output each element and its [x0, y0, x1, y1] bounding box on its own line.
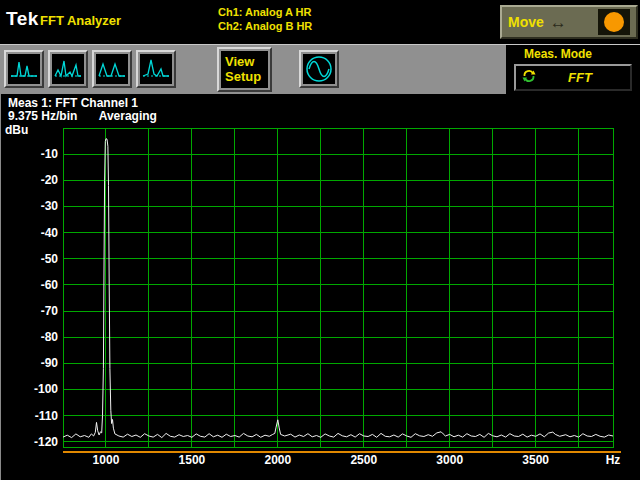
fft-analyzer-screen: Tek FFT Analyzer Ch1: Analog A HR Ch2: A…	[0, 0, 640, 480]
spectrum-view-button-2[interactable]	[48, 50, 88, 88]
svg-text:-90: -90	[41, 356, 59, 370]
generator-button[interactable]	[299, 50, 339, 88]
display-area: Meas 1: FFT Channel 1 9.375 Hz/bin Avera…	[0, 94, 640, 480]
toolbar: View Setup Meas. Mode	[0, 44, 640, 94]
meas-mode-label: Meas. Mode	[524, 47, 592, 61]
svg-text:1500: 1500	[179, 453, 206, 467]
channel-info: Ch1: Analog A HR Ch2: Analog B HR	[218, 5, 312, 33]
meas-mode-panel: Meas. Mode FFT	[506, 45, 640, 95]
svg-text:-120: -120	[34, 435, 58, 449]
spectrum-view-2-icon	[52, 54, 84, 84]
move-button[interactable]: Move ↔	[500, 5, 638, 39]
svg-text:-110: -110	[35, 409, 59, 423]
header-bar: Tek FFT Analyzer Ch1: Analog A HR Ch2: A…	[0, 0, 640, 44]
svg-text:-10: -10	[41, 147, 59, 161]
channel2-label: Ch2: Analog B HR	[218, 19, 312, 33]
spectrum-view-button-1[interactable]	[4, 50, 44, 88]
spectrum-view-4-icon	[140, 54, 172, 84]
sine-wave-icon	[303, 54, 335, 84]
svg-text:-80: -80	[41, 330, 59, 344]
svg-text:-60: -60	[41, 278, 59, 292]
spectrum-view-3-icon	[96, 54, 128, 84]
channel1-label: Ch1: Analog A HR	[218, 5, 312, 19]
app-title: FFT Analyzer	[40, 13, 121, 28]
svg-text:-50: -50	[41, 252, 59, 266]
cycle-icon	[522, 69, 536, 87]
spectrum-view-button-4[interactable]	[136, 50, 176, 88]
meas-mode-value: FFT	[536, 70, 624, 85]
svg-text:-100: -100	[34, 382, 58, 396]
acquisition-mode-readout: Averaging	[99, 109, 157, 123]
spectrum-view-1-icon	[8, 54, 40, 84]
view-setup-label: View Setup	[221, 51, 268, 88]
svg-text:-20: -20	[41, 173, 59, 187]
resolution-readout: 9.375 Hz/bin	[8, 109, 77, 123]
svg-text:1000: 1000	[93, 453, 120, 467]
svg-text:3000: 3000	[436, 453, 463, 467]
svg-text:2000: 2000	[264, 453, 291, 467]
measurement-subtitle: 9.375 Hz/bin Averaging	[8, 109, 157, 123]
left-right-arrow-icon: ↔	[550, 14, 567, 31]
svg-text:3500: 3500	[522, 453, 549, 467]
svg-text:-70: -70	[41, 304, 59, 318]
spectrum-plot: -10-20-30-40-50-60-70-80-90-100-110-1201…	[1, 122, 640, 480]
view-setup-button[interactable]: View Setup	[217, 47, 272, 92]
knob-well	[598, 9, 630, 35]
svg-text:2500: 2500	[350, 453, 377, 467]
svg-text:Hz: Hz	[606, 453, 621, 467]
tek-logo: Tek	[6, 8, 39, 30]
spectrum-view-button-3[interactable]	[92, 50, 132, 88]
meas-mode-button[interactable]: FFT	[514, 64, 632, 91]
knob-icon[interactable]	[604, 12, 624, 32]
svg-text:dBu: dBu	[5, 123, 28, 137]
move-label: Move	[508, 14, 544, 30]
svg-text:-30: -30	[41, 199, 59, 213]
measurement-title: Meas 1: FFT Channel 1	[8, 96, 138, 110]
svg-text:-40: -40	[41, 226, 59, 240]
